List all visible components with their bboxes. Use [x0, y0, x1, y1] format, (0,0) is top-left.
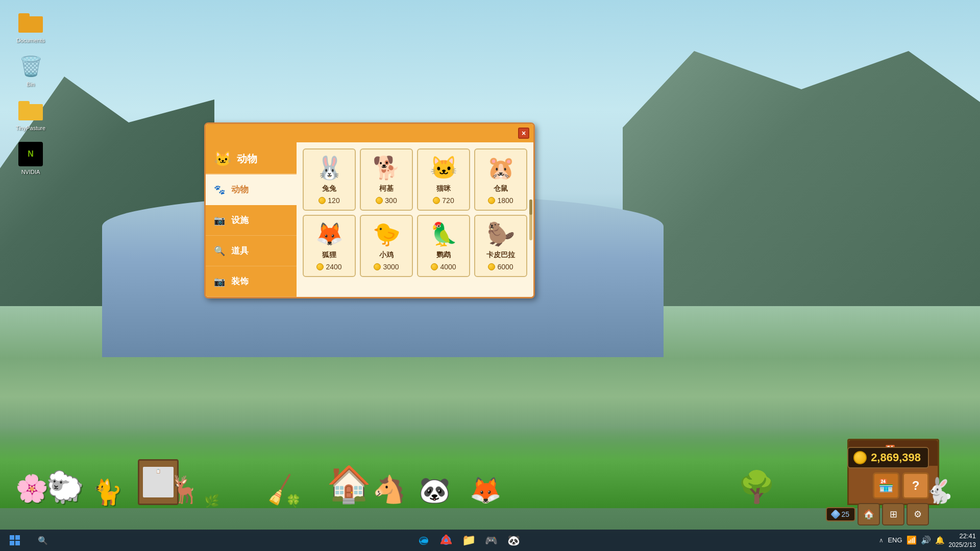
dialog-header: × [206, 124, 533, 142]
clock[interactable]: 22:41 2025/2/13 [949, 532, 976, 549]
sidebar-nav: 🐾 动物 📷 设施 🔍 道具 📷 装饰 [206, 174, 297, 297]
facilities-nav-icon: 📷 [214, 215, 225, 226]
capybara-price-value: 6000 [497, 263, 513, 271]
cat-price-value: 720 [442, 196, 454, 205]
item-card-cat[interactable]: 🐱 猫咪 720 [417, 148, 470, 211]
start-button[interactable] [4, 532, 26, 549]
facilities-nav-label: 设施 [231, 214, 249, 226]
coin-display: 2,869,398 [847, 447, 929, 468]
documents-icon[interactable]: Documents [10, 10, 51, 44]
small-buttons-row: 25 🏠 ⊞ ⚙ [826, 503, 929, 525]
pixel-animal-panda: 🐼 [419, 475, 450, 505]
pixel-plant: 🌿 [204, 494, 219, 508]
game-ui: 2,869,398 🏪 ? 25 🏠 ⊞ ⚙ [826, 447, 929, 525]
sidebar-item-facilities[interactable]: 📷 设施 [206, 205, 297, 236]
cat-emoji: 🐱 [430, 157, 458, 179]
pixel-tree: 🌳 [738, 469, 776, 505]
chick-emoji: 🐤 [373, 223, 401, 245]
sidebar-cat-icon: 🐱 [214, 151, 232, 167]
tinypasture-icon[interactable]: TinyPasture [10, 98, 51, 132]
dialog-body: 🐱 动物 🐾 动物 📷 设施 🔍 道具 [206, 142, 533, 297]
pixel-vine: 🍀 [286, 494, 301, 508]
taskbar-steam[interactable]: 🎮 [480, 532, 502, 549]
tools-nav-label: 道具 [231, 245, 249, 257]
pixel-animal-pink: 🌸 [15, 473, 48, 504]
sidebar-item-decorations[interactable]: 📷 装饰 [206, 266, 297, 297]
taskbar-edge[interactable] [413, 532, 434, 549]
item-card-hamster[interactable]: 🐹 仓鼠 1800 [474, 148, 527, 211]
rabbit-price: 120 [318, 196, 339, 205]
corgi-emoji: 🐕 [373, 157, 401, 179]
item-card-rabbit[interactable]: 🐰 兔兔 120 [303, 148, 356, 211]
search-button[interactable]: 🔍 [28, 532, 58, 549]
taskbar-chrome[interactable] [435, 532, 457, 549]
item-card-corgi[interactable]: 🐕 柯基 300 [360, 148, 413, 211]
svg-rect-0 [10, 535, 14, 540]
notification-icon[interactable]: 🔔 [935, 536, 945, 545]
parrot-emoji: 🦜 [430, 223, 458, 245]
help-button[interactable]: ? [902, 472, 929, 499]
pixel-animal-blob: 🐑 [46, 469, 84, 505]
sidebar-item-animals[interactable]: 🐾 动物 [206, 174, 297, 205]
home-button[interactable]: 🏠 [857, 503, 880, 525]
bin-label: Bin [25, 81, 36, 88]
wifi-icon[interactable]: 📶 [906, 535, 917, 545]
grid-button[interactable]: ⊞ [882, 503, 904, 525]
sidebar-header: 🐱 动物 [206, 142, 297, 174]
rabbit-coin-icon [318, 197, 326, 204]
pixel-animal-cat-white: 🐈 [92, 478, 122, 507]
decorations-nav-label: 装饰 [231, 276, 249, 287]
edge-icon [418, 535, 429, 546]
gem-icon [831, 509, 841, 519]
documents-label: Documents [15, 37, 46, 44]
item-card-parrot[interactable]: 🦜 鹦鹉 4000 [417, 215, 470, 277]
item-card-capybara[interactable]: 🦫 卡皮巴拉 6000 [474, 215, 527, 277]
hamster-emoji: 🐹 [487, 157, 515, 179]
dialog-close-button[interactable]: × [518, 128, 529, 139]
sidebar-item-tools[interactable]: 🔍 道具 [206, 236, 297, 266]
cat-coin-icon [433, 197, 440, 204]
rabbit-emoji: 🐰 [315, 157, 344, 179]
recycle-bin-icon[interactable]: 🗑️ Bin [10, 54, 51, 88]
cat-price: 720 [433, 196, 454, 205]
settings-button[interactable]: ⚙ [906, 503, 929, 525]
shop-button[interactable]: 🏪 [873, 472, 899, 499]
nvidia-icon-img: N [18, 142, 43, 166]
game-action-buttons: 🏪 ? [873, 472, 929, 499]
nvidia-icon[interactable]: N NVIDIA [10, 142, 51, 176]
hamster-name: 仓鼠 [494, 184, 508, 193]
shop-content[interactable]: 🐰 兔兔 120 🐕 柯基 300 [297, 142, 533, 297]
mountain-decoration-right [623, 51, 980, 306]
parrot-name: 鹦鹉 [436, 251, 451, 260]
gem-display: 25 [826, 507, 855, 521]
taskbar-app5[interactable]: 🐼 [503, 532, 524, 549]
scroll-thumb [529, 199, 532, 215]
taskbar-right: ∧ ENG 📶 🔊 🔔 22:41 2025/2/13 [879, 532, 976, 549]
hamster-coin-icon [488, 197, 495, 204]
documents-icon-img [18, 10, 43, 35]
fox-price-value: 2400 [326, 263, 341, 271]
scroll-indicator [529, 199, 532, 240]
coin-amount: 2,869,398 [871, 451, 921, 464]
item-card-chick[interactable]: 🐤 小鸡 3000 [360, 215, 413, 277]
decorations-nav-icon: 📷 [214, 276, 225, 287]
taskbar-files[interactable]: 📁 [458, 532, 479, 549]
pixel-animal-fox: 🦊 [470, 475, 501, 505]
parrot-price-value: 4000 [440, 263, 456, 271]
pixel-house: 🏠 [327, 463, 371, 505]
tools-nav-icon: 🔍 [214, 245, 225, 257]
cat-name: 猫咪 [436, 184, 451, 193]
chrome-icon [440, 535, 452, 546]
pixel-animal-deer: 🦌 [168, 474, 202, 505]
tinypasture-icon-img [18, 98, 43, 122]
sound-icon[interactable]: 🔊 [921, 535, 931, 545]
sidebar-title: 动物 [237, 152, 257, 166]
animals-nav-label: 动物 [231, 184, 249, 195]
fox-name: 狐狸 [322, 251, 336, 260]
tray-language[interactable]: ENG [888, 536, 902, 544]
nvidia-label: NVIDIA [20, 168, 42, 176]
tray-chevron-up-icon[interactable]: ∧ [879, 537, 884, 544]
item-card-fox[interactable]: 🦊 狐狸 2400 [303, 215, 356, 277]
taskbar-left: 🔍 [4, 532, 58, 549]
coin-icon-large [853, 451, 867, 464]
